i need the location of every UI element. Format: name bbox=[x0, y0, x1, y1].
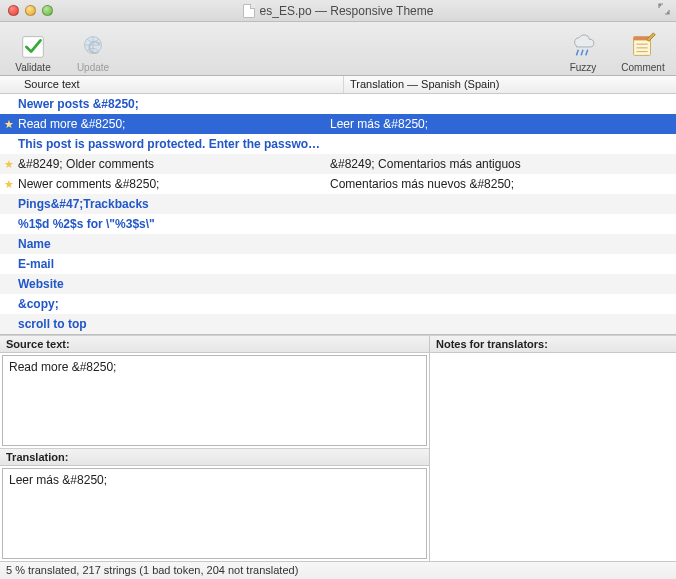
table-header: Source text Translation — Spanish (Spain… bbox=[0, 76, 676, 94]
table-row[interactable]: Newer posts &#8250; bbox=[0, 94, 676, 114]
row-translation: Leer más &#8250; bbox=[326, 117, 676, 131]
col-source-text[interactable]: Source text bbox=[18, 76, 344, 93]
table-row[interactable]: ★Newer comments &#8250;Comentarios más n… bbox=[0, 174, 676, 194]
update-button[interactable]: Update bbox=[70, 30, 116, 73]
window-controls bbox=[8, 5, 53, 16]
star-icon: ★ bbox=[0, 118, 18, 131]
fuzzy-button[interactable]: Fuzzy bbox=[560, 30, 606, 73]
row-source: Pings&#47;Trackbacks bbox=[18, 197, 326, 211]
status-bar: 5 % translated, 217 strings (1 bad token… bbox=[0, 561, 676, 579]
toolbar: Validate Update Fuzzy Comment bbox=[0, 22, 676, 76]
update-label: Update bbox=[77, 62, 109, 73]
row-source: Website bbox=[18, 277, 326, 291]
table-row[interactable]: Name bbox=[0, 234, 676, 254]
detail-panes: Read more &#8250; Translation: Leer más … bbox=[0, 353, 676, 561]
svg-line-4 bbox=[586, 50, 588, 56]
row-source: %1$d %2$s for \"%3$s\" bbox=[18, 217, 326, 231]
window-title: es_ES.po — Responsive Theme bbox=[0, 4, 676, 18]
source-text-box: Read more &#8250; bbox=[2, 355, 427, 446]
svg-line-2 bbox=[576, 50, 578, 56]
notes-label: Notes for translators: bbox=[430, 336, 676, 352]
validate-label: Validate bbox=[15, 62, 50, 73]
left-detail-pane: Read more &#8250; Translation: Leer más … bbox=[0, 353, 430, 561]
row-source: Newer comments &#8250; bbox=[18, 177, 326, 191]
source-text-label: Source text: bbox=[0, 336, 430, 352]
row-source: scroll to top bbox=[18, 317, 326, 331]
window-title-text: es_ES.po — Responsive Theme bbox=[260, 4, 434, 18]
row-source: Name bbox=[18, 237, 326, 251]
zoom-window-button[interactable] bbox=[42, 5, 53, 16]
globe-refresh-icon bbox=[77, 30, 109, 62]
table-row[interactable]: Pings&#47;Trackbacks bbox=[0, 194, 676, 214]
row-translation: &#8249; Comentarios más antiguos bbox=[326, 157, 676, 171]
row-source: Read more &#8250; bbox=[18, 117, 326, 131]
row-source: This post is password protected. Enter t… bbox=[18, 137, 326, 151]
table-row[interactable]: ★Read more &#8250;Leer más &#8250; bbox=[0, 114, 676, 134]
row-source: &copy; bbox=[18, 297, 326, 311]
cloud-rain-icon bbox=[567, 30, 599, 62]
table-row[interactable]: Website bbox=[0, 274, 676, 294]
svg-line-3 bbox=[581, 50, 583, 56]
table-row[interactable]: This post is password protected. Enter t… bbox=[0, 134, 676, 154]
col-translation[interactable]: Translation — Spanish (Spain) bbox=[344, 76, 676, 93]
checkmark-icon bbox=[17, 30, 49, 62]
detail-header: Source text: Notes for translators: bbox=[0, 335, 676, 353]
translation-input[interactable]: Leer más &#8250; bbox=[2, 468, 427, 559]
minimize-window-button[interactable] bbox=[25, 5, 36, 16]
table-row[interactable]: ★&#8249; Older comments&#8249; Comentari… bbox=[0, 154, 676, 174]
notes-pane bbox=[430, 353, 676, 561]
document-icon bbox=[243, 4, 255, 18]
row-source: E-mail bbox=[18, 257, 326, 271]
comment-label: Comment bbox=[621, 62, 664, 73]
titlebar: es_ES.po — Responsive Theme bbox=[0, 0, 676, 22]
fullscreen-icon[interactable] bbox=[658, 3, 670, 18]
star-icon: ★ bbox=[0, 158, 18, 171]
validate-button[interactable]: Validate bbox=[10, 30, 56, 73]
table-row[interactable]: &copy; bbox=[0, 294, 676, 314]
table-row[interactable]: %1$d %2$s for \"%3$s\" bbox=[0, 214, 676, 234]
comment-button[interactable]: Comment bbox=[620, 30, 666, 73]
row-source: &#8249; Older comments bbox=[18, 157, 326, 171]
translation-table: Newer posts &#8250;★Read more &#8250;Lee… bbox=[0, 94, 676, 335]
notepad-pencil-icon bbox=[627, 30, 659, 62]
row-source: Newer posts &#8250; bbox=[18, 97, 326, 111]
translation-label: Translation: bbox=[0, 448, 429, 466]
table-row[interactable]: scroll to top bbox=[0, 314, 676, 334]
fuzzy-label: Fuzzy bbox=[570, 62, 597, 73]
close-window-button[interactable] bbox=[8, 5, 19, 16]
star-icon: ★ bbox=[0, 178, 18, 191]
row-translation: Comentarios más nuevos &#8250; bbox=[326, 177, 676, 191]
table-row[interactable]: E-mail bbox=[0, 254, 676, 274]
